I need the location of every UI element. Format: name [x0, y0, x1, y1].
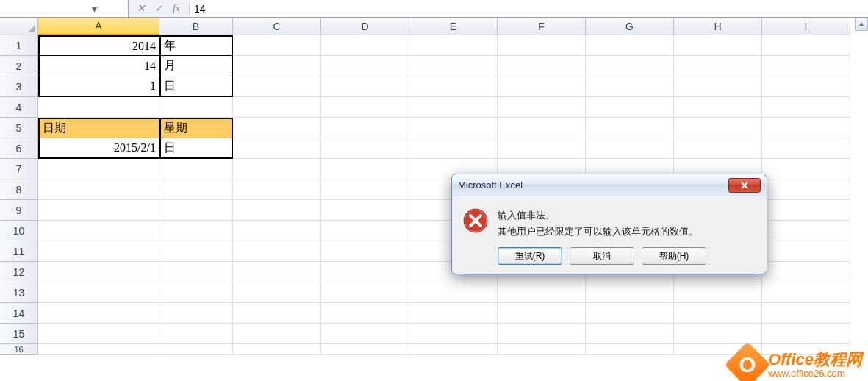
cell-G14[interactable]	[586, 303, 674, 324]
cell-C10[interactable]	[233, 221, 321, 241]
cell-C7[interactable]	[233, 159, 321, 179]
cell-C5[interactable]	[233, 118, 321, 138]
cell-B5[interactable]: 星期	[159, 118, 233, 138]
col-header-H[interactable]: H	[674, 18, 762, 35]
cell-E5[interactable]	[409, 118, 498, 138]
cell-A12[interactable]	[38, 262, 159, 282]
cell-C4[interactable]	[233, 97, 321, 118]
cell-I10[interactable]	[762, 221, 850, 241]
cell-B1[interactable]: 年	[159, 35, 233, 56]
scroll-up-button[interactable]	[855, 18, 868, 31]
cell-F1[interactable]	[498, 35, 586, 56]
cell-F4[interactable]	[498, 97, 586, 118]
cell-B13[interactable]	[159, 282, 233, 303]
cell-I6[interactable]	[762, 138, 850, 159]
row-header-12[interactable]: 12	[0, 262, 38, 282]
cell-H5[interactable]	[674, 118, 762, 138]
cell-G2[interactable]	[586, 56, 674, 76]
accept-formula-icon[interactable]: ✓	[152, 2, 165, 15]
cell-B11[interactable]	[159, 241, 233, 262]
cell-B3[interactable]: 日	[159, 76, 233, 97]
help-button[interactable]: 帮助(H)	[642, 247, 706, 265]
cell-I9[interactable]	[762, 200, 850, 221]
cell-D16[interactable]	[321, 344, 409, 355]
row-header-8[interactable]: 8	[0, 179, 38, 200]
cell-B8[interactable]	[159, 179, 233, 200]
cell-A8[interactable]	[38, 179, 159, 200]
row-header-3[interactable]: 3	[0, 76, 38, 97]
cell-C8[interactable]	[233, 179, 321, 200]
cell-C3[interactable]	[233, 76, 321, 97]
col-header-C[interactable]: C	[233, 18, 321, 35]
cell-A9[interactable]	[38, 200, 159, 221]
cell-C9[interactable]	[233, 200, 321, 221]
cell-E2[interactable]	[409, 56, 498, 76]
cell-C15[interactable]	[233, 324, 321, 344]
dialog-close-button[interactable]	[728, 178, 761, 193]
cell-D9[interactable]	[321, 200, 409, 221]
row-header-15[interactable]: 15	[0, 324, 38, 344]
row-header-9[interactable]: 9	[0, 200, 38, 221]
cell-C13[interactable]	[233, 282, 321, 303]
cell-E6[interactable]	[409, 138, 498, 159]
cancel-button[interactable]: 取消	[570, 247, 634, 265]
cell-H6[interactable]	[674, 138, 762, 159]
cell-H13[interactable]	[674, 282, 762, 303]
cell-D2[interactable]	[321, 56, 409, 76]
cell-A7[interactable]	[38, 159, 159, 179]
cell-C1[interactable]	[233, 35, 321, 56]
row-header-16[interactable]: 16	[0, 344, 38, 355]
cell-D5[interactable]	[321, 118, 409, 138]
cell-I14[interactable]	[762, 303, 850, 324]
cell-H15[interactable]	[674, 324, 762, 344]
cell-D14[interactable]	[321, 303, 409, 324]
cell-B6[interactable]: 日	[159, 138, 233, 159]
row-header-11[interactable]: 11	[0, 241, 38, 262]
cell-C6[interactable]	[233, 138, 321, 159]
cell-D8[interactable]	[321, 179, 409, 200]
cell-A5[interactable]: 日期	[38, 118, 159, 138]
row-header-4[interactable]: 4	[0, 97, 38, 118]
cell-C12[interactable]	[233, 262, 321, 282]
cell-C14[interactable]	[233, 303, 321, 324]
cell-B10[interactable]	[159, 221, 233, 241]
cell-D1[interactable]	[321, 35, 409, 56]
retry-button[interactable]: 重试(R)	[498, 247, 562, 265]
cell-I13[interactable]	[762, 282, 850, 303]
cell-H2[interactable]	[674, 56, 762, 76]
cell-F15[interactable]	[498, 324, 586, 344]
cell-B15[interactable]	[159, 324, 233, 344]
cell-E1[interactable]	[409, 35, 498, 56]
cell-B12[interactable]	[159, 262, 233, 282]
cell-D3[interactable]	[321, 76, 409, 97]
cell-A14[interactable]	[38, 303, 159, 324]
col-header-D[interactable]: D	[321, 18, 409, 35]
cell-H1[interactable]	[674, 35, 762, 56]
cell-H4[interactable]	[674, 97, 762, 118]
col-header-I[interactable]: I	[762, 18, 850, 35]
select-all-corner[interactable]	[0, 18, 38, 35]
row-header-2[interactable]: 2	[0, 56, 38, 76]
cell-H14[interactable]	[674, 303, 762, 324]
cell-A1[interactable]: 2014	[38, 35, 159, 56]
cell-G16[interactable]	[586, 344, 674, 355]
cell-D10[interactable]	[321, 221, 409, 241]
cell-B2[interactable]: 月	[159, 56, 233, 76]
cell-B16[interactable]	[159, 344, 233, 355]
cell-H3[interactable]	[674, 76, 762, 97]
cell-F14[interactable]	[498, 303, 586, 324]
cell-G13[interactable]	[586, 282, 674, 303]
cell-I8[interactable]	[762, 179, 850, 200]
cell-B4[interactable]	[159, 97, 233, 118]
row-header-13[interactable]: 13	[0, 282, 38, 303]
col-header-A[interactable]: A	[38, 18, 159, 35]
cell-D12[interactable]	[321, 262, 409, 282]
formula-input[interactable]: 14	[190, 0, 868, 17]
row-header-6[interactable]: 6	[0, 138, 38, 159]
cell-D11[interactable]	[321, 241, 409, 262]
cell-B14[interactable]	[159, 303, 233, 324]
name-box-dropdown-icon[interactable]: ▾	[64, 3, 125, 15]
cell-B7[interactable]	[159, 159, 233, 179]
cell-I11[interactable]	[762, 241, 850, 262]
cell-I1[interactable]	[762, 35, 850, 56]
